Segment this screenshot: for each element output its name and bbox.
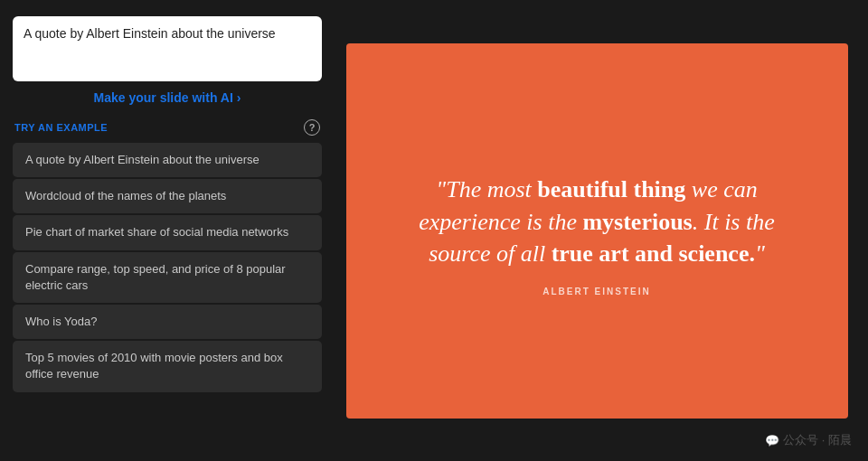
- try-examples-header: TRY AN EXAMPLE ?: [13, 114, 322, 143]
- example-item-1[interactable]: A quote by Albert Einstein about the uni…: [13, 143, 322, 177]
- author-label: ALBERT EINSTEIN: [542, 287, 650, 296]
- watermark-text: 公众号 · 陌晨: [783, 432, 852, 448]
- make-slide-label: Make your slide with AI: [94, 90, 233, 105]
- quote-beautiful: beautiful thing: [537, 176, 685, 202]
- right-panel: "The most beautiful thing we can experie…: [335, 0, 868, 461]
- quote-true-art: true art and science.: [552, 240, 755, 267]
- example-item-4[interactable]: Compare range, top speed, and price of 8…: [13, 252, 322, 303]
- help-icon[interactable]: ?: [304, 119, 320, 136]
- example-item-2[interactable]: Wordcloud of the names of the planets: [13, 179, 322, 213]
- examples-list: A quote by Albert Einstein about the uni…: [13, 143, 322, 461]
- slide-preview: "The most beautiful thing we can experie…: [346, 43, 848, 419]
- example-item-6[interactable]: Top 5 movies of 2010 with movie posters …: [13, 341, 322, 391]
- arrow-icon: ›: [237, 90, 241, 105]
- example-item-3[interactable]: Pie chart of market share of social medi…: [13, 215, 322, 249]
- try-examples-label: TRY AN EXAMPLE: [14, 122, 108, 133]
- quote-text: "The most beautiful thing we can experie…: [392, 174, 803, 271]
- input-area: [13, 16, 322, 81]
- left-panel: Make your slide with AI › TRY AN EXAMPLE…: [0, 0, 335, 461]
- example-item-5[interactable]: Who is Yoda?: [13, 305, 322, 339]
- slide-description-input[interactable]: [24, 25, 311, 69]
- watermark-icon: 💬: [765, 434, 779, 447]
- quote-open: "The most: [436, 176, 537, 202]
- app-container: Make your slide with AI › TRY AN EXAMPLE…: [0, 0, 868, 461]
- quote-mysterious: mysterious: [582, 209, 692, 235]
- quote-close: ": [755, 240, 765, 267]
- make-slide-button[interactable]: Make your slide with AI ›: [13, 81, 322, 114]
- watermark: 💬 公众号 · 陌晨: [765, 432, 852, 448]
